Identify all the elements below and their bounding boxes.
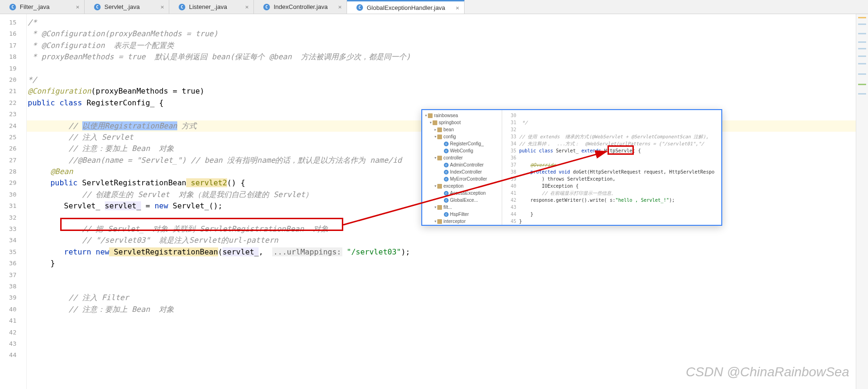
tree-class[interactable]: cAccessException: [422, 190, 502, 197]
tab-label: GlobalExceptionHandler.java: [367, 4, 445, 11]
editor-tabs: C Filter_.java × C Servlet_.java × C Lis…: [0, 0, 868, 14]
tree-folder[interactable]: ▾rainbowsea: [422, 112, 502, 119]
tab-listener[interactable]: C Listener_.java ×: [169, 0, 254, 14]
tab-indexcontroller[interactable]: C IndexController.java ×: [254, 0, 347, 14]
tab-label: Filter_.java: [20, 3, 50, 10]
tree-folder[interactable]: ▾controller: [422, 154, 502, 161]
line-gutter: 1516171819202122232425262728293031323334…: [0, 14, 21, 389]
class-icon: C: [356, 4, 363, 11]
tab-label: IndexController.java: [274, 3, 328, 10]
tree-class[interactable]: cAdminController: [422, 161, 502, 168]
tree-folder[interactable]: ▾exception: [422, 183, 502, 190]
close-icon[interactable]: ×: [245, 3, 249, 10]
popup-lines: */ // 使用 extends 继承的方式(@WebServlet + @Se…: [519, 110, 721, 225]
tree-class[interactable]: cWebConfig: [422, 147, 502, 154]
close-icon[interactable]: ×: [160, 3, 164, 10]
class-icon: C: [263, 4, 270, 10]
tree-folder[interactable]: ▾springboot: [422, 119, 502, 126]
class-icon: C: [9, 4, 16, 10]
tree-class[interactable]: cMyErrorController: [422, 175, 502, 183]
popup-gutter: 30313233343536373839404142434445: [502, 110, 519, 225]
tree-class[interactable]: cIndexController: [422, 168, 502, 175]
tab-globalexceptionhandler[interactable]: C GlobalExceptionHandler.java ×: [347, 0, 465, 14]
tree-class[interactable]: cHspFilter: [422, 211, 502, 218]
tree-folder[interactable]: ▾interceptor: [422, 218, 502, 225]
popup-code[interactable]: 30313233343536373839404142434445 */ // 使…: [502, 110, 721, 225]
tree-folder[interactable]: ▾filt...: [422, 204, 502, 211]
tab-servlet[interactable]: C Servlet_.java ×: [85, 0, 169, 14]
close-icon[interactable]: ×: [456, 4, 459, 11]
class-icon: C: [179, 4, 185, 10]
tree-class[interactable]: cGlobalExce...: [422, 197, 502, 204]
class-icon: C: [94, 4, 101, 10]
close-icon[interactable]: ×: [338, 3, 342, 10]
tree-folder[interactable]: ▾config: [422, 133, 502, 140]
tab-label: Servlet_.java: [104, 3, 140, 10]
fold-column: [21, 14, 27, 389]
minimap-scrollbar[interactable]: [856, 14, 868, 389]
tab-label: Listener_.java: [189, 3, 227, 10]
tree-class[interactable]: cRegisterConfig_: [422, 140, 502, 147]
quick-definition-popup[interactable]: ▾rainbowsea▾springboot▸bean▾configcRegis…: [421, 109, 722, 226]
project-tree[interactable]: ▾rainbowsea▾springboot▸bean▾configcRegis…: [422, 110, 502, 225]
close-icon[interactable]: ×: [76, 3, 79, 10]
tab-filter[interactable]: C Filter_.java ×: [0, 0, 85, 14]
tree-folder[interactable]: ▸bean: [422, 126, 502, 133]
